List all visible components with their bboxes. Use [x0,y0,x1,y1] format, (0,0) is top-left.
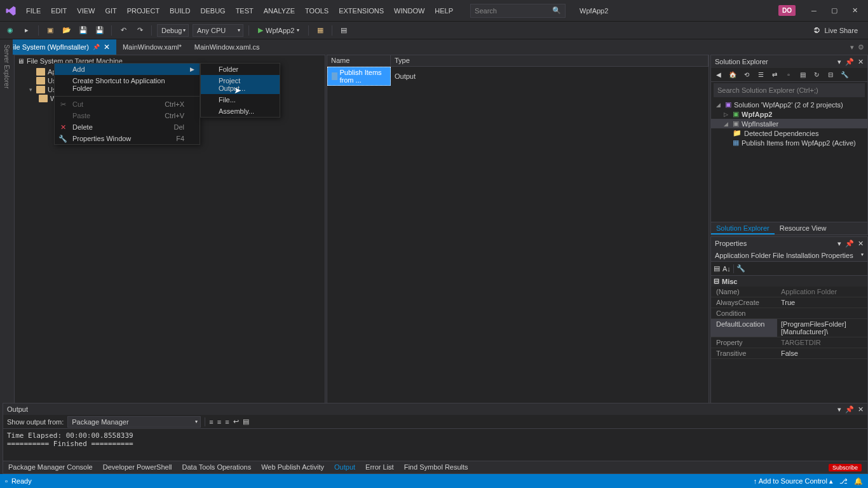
menu-help[interactable]: HELP [430,4,458,17]
sln-collapse-icon[interactable]: ⊟ [825,70,836,80]
out-wrap-icon[interactable]: ↩ [233,417,239,426]
platform-select[interactable]: Any CPU [193,24,243,37]
panel-close-icon[interactable]: ✕ [858,58,864,66]
tab-file-system[interactable]: File System (WpfInstaller) 📌 ✕ [3,39,116,55]
out-btn-1[interactable]: ≡ [209,418,213,426]
expand-icon[interactable]: ◢ [716,102,722,108]
ctx-delete[interactable]: ✕ Delete Del [55,121,200,133]
sln-refresh-icon[interactable]: ↻ [811,70,822,80]
close-button[interactable]: ✕ [845,4,864,17]
tab-solution-explorer[interactable]: Solution Explorer [711,222,775,234]
ctx-add-folder[interactable]: Folder [201,64,280,75]
ctx-add-file[interactable]: File... [201,94,280,105]
col-name[interactable]: Name [327,55,391,66]
tab-resource-view[interactable]: Resource View [775,222,832,234]
sln-back-icon[interactable]: ◀ [714,70,724,80]
menu-extensions[interactable]: EXTENSIONS [334,4,388,17]
ctx-add-assembly[interactable]: Assembly... [201,105,280,117]
sln-tree[interactable]: ◢ ▣ Solution 'WpfApp2' (2 of 2 projects)… [711,98,867,222]
prop-row-defaultlocation[interactable]: DefaultLocation [ProgramFilesFolder][Man… [711,319,867,337]
prop-category-misc[interactable]: ⊟ Misc [711,276,867,287]
subscribe-badge[interactable]: Subscribe [829,464,862,471]
prop-row-condition[interactable]: Condition [711,308,867,319]
categorize-icon[interactable]: ▤ [714,264,720,273]
tab-web-publish[interactable]: Web Publish Activity [256,461,329,473]
tab-pkg-console[interactable]: Package Manager Console [3,461,98,473]
panel-dropdown-icon[interactable]: ▾ [837,58,841,66]
save-button[interactable]: 💾 [77,24,90,37]
properties-object-select[interactable]: Application Folder File Installation Pro… [711,250,867,262]
sln-root[interactable]: ◢ ▣ Solution 'WpfApp2' (2 of 2 projects) [711,100,867,109]
pin-icon[interactable]: 📌 [93,44,100,50]
prop-row-property[interactable]: Property TARGETDIR [711,337,867,348]
sln-btn-icon[interactable]: ▫ [783,70,794,80]
expand-icon[interactable]: ▷ [724,111,730,118]
out-btn-3[interactable]: ≡ [225,418,229,426]
status-notif-icon[interactable]: 🔔 [854,477,863,485]
status-git-icon[interactable]: ⎇ [839,477,848,485]
close-tab-icon[interactable]: ✕ [104,43,110,51]
config-select[interactable]: Debug [157,24,189,37]
menu-file[interactable]: FILE [22,4,45,17]
save-all-button[interactable]: 💾 [93,24,106,37]
menu-test[interactable]: TEST [231,4,258,17]
sln-project-wpfapp2[interactable]: ▷ ▣ WpfApp2 [711,109,867,119]
panel-close-icon[interactable]: ✕ [858,405,864,414]
tab-output[interactable]: Output [329,461,360,473]
redo-button[interactable]: ↷ [133,24,146,37]
prop-pages-icon[interactable]: 🔧 [736,264,745,273]
tab-dev-powershell[interactable]: Developer PowerShell [98,461,177,473]
sln-showall-icon[interactable]: ▤ [797,70,808,80]
list-row[interactable]: Publish Items from ... Output [327,67,709,86]
menu-tools[interactable]: TOOLS [301,4,333,17]
sln-sync-icon[interactable]: ⟲ [742,70,752,80]
prop-row-alwayscreate[interactable]: AlwaysCreate True [711,297,867,308]
panel-dropdown-icon[interactable]: ▾ [837,405,841,414]
new-item-button[interactable]: ▣ [44,24,57,37]
collapse-icon[interactable]: ⊟ [714,277,719,285]
sln-properties-icon[interactable]: 🔧 [839,70,850,80]
menu-edit[interactable]: EDIT [46,4,71,17]
tab-mainwindow-xaml[interactable]: MainWindow.xaml* [116,39,188,55]
nav-back-button[interactable]: ◉ [4,24,17,37]
maximize-button[interactable]: ▢ [825,4,844,17]
tab-error-list[interactable]: Error List [360,461,399,473]
tab-find-symbol[interactable]: Find Symbol Results [399,461,473,473]
ctx-add[interactable]: Add ▶ [55,64,200,75]
open-button[interactable]: 📂 [60,24,73,37]
title-search-input[interactable]: Search 🔍 [470,4,566,18]
menu-analyze[interactable]: ANALYZE [259,4,299,17]
ctx-create-shortcut[interactable]: Create Shortcut to Application Folder [55,75,200,94]
sln-project-installer[interactable]: ◢ ▣ WpfInstaller [711,119,867,128]
panel-pin-icon[interactable]: 📌 [845,240,854,248]
prop-row-transitive[interactable]: Transitive False [711,348,867,359]
ctx-properties[interactable]: 🔧 Properties Window F4 [55,133,200,144]
menu-project[interactable]: PROJECT [123,4,164,17]
prop-row-name[interactable]: (Name) Application Folder [711,287,867,297]
tab-dropdown-icon[interactable]: ▾ [850,43,854,51]
sln-detected-deps[interactable]: 📁 Detected Dependencies [711,128,867,138]
menu-build[interactable]: BUILD [165,4,194,17]
start-button[interactable]: ▶ WpfApp2 ▾ [254,26,303,34]
menu-debug[interactable]: DEBUG [196,4,230,17]
tab-gear-icon[interactable]: ⚙ [858,43,864,51]
collapse-icon[interactable]: ◢ [724,121,730,127]
tb-icon-2[interactable]: ▤ [337,24,350,37]
sln-search-input[interactable]: Search Solution Explorer (Ctrl+;) [714,83,865,97]
minimize-button[interactable]: ─ [804,4,824,17]
output-text[interactable]: Time Elapsed: 00:00:00.8558339 =========… [3,429,867,461]
tab-data-tools[interactable]: Data Tools Operations [177,461,257,473]
user-badge[interactable]: DO [778,5,796,16]
source-control-button[interactable]: ↑ Add to Source Control ▴ [754,477,833,485]
tab-mainwindow-cs[interactable]: MainWindow.xaml.cs [188,39,266,55]
menu-view[interactable]: VIEW [72,4,99,17]
server-explorer-side-tab[interactable]: Server Explorer [0,39,13,395]
sln-filter-icon[interactable]: ☰ [756,70,766,80]
menu-window[interactable]: WINDOW [390,4,429,17]
menu-git[interactable]: GIT [100,4,121,17]
nav-fwd-button[interactable]: ▸ [20,24,33,37]
panel-dropdown-icon[interactable]: ▾ [837,240,841,248]
col-type[interactable]: Type [391,55,709,66]
sln-home-icon[interactable]: 🏠 [728,70,738,80]
output-source-select[interactable]: Package Manager [67,416,201,428]
